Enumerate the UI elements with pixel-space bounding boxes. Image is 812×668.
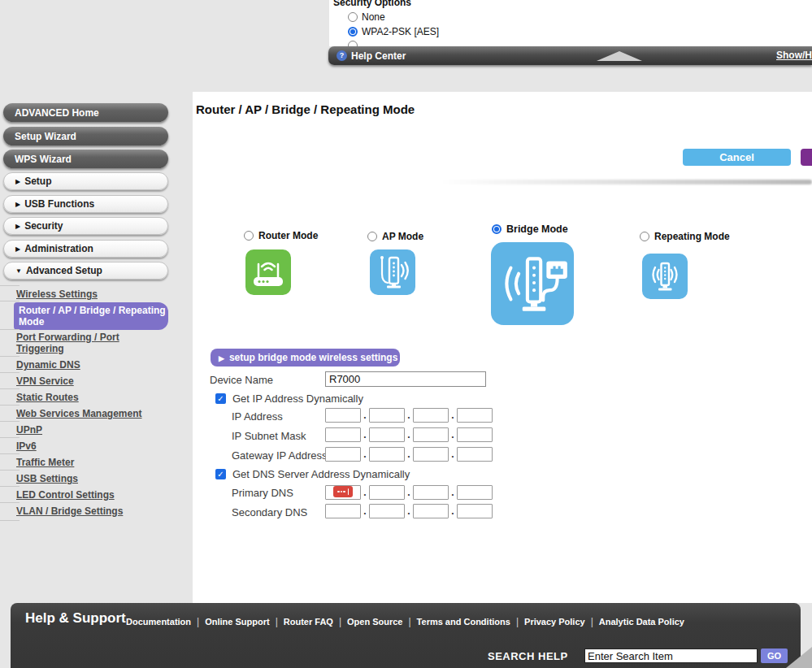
submenu-item-web-services-management[interactable]: Web Services Management bbox=[16, 406, 193, 422]
submenu-item-vlan-bridge-settings[interactable]: VLAN / Bridge Settings bbox=[16, 503, 193, 519]
footer-link-terms[interactable]: Terms and Conditions bbox=[417, 617, 510, 627]
divider bbox=[441, 180, 812, 184]
search-help-input[interactable] bbox=[584, 648, 758, 663]
help-center-bar[interactable]: Help Center Show/H bbox=[328, 46, 812, 65]
gateway-octet-3[interactable] bbox=[413, 447, 449, 462]
subnet-octet-4[interactable] bbox=[457, 427, 493, 442]
submenu-item-dynamic-dns[interactable]: Dynamic DNS bbox=[16, 357, 193, 373]
radio-wpa2[interactable] bbox=[348, 27, 358, 37]
radio-none-label: None bbox=[362, 11, 385, 23]
octet-separator bbox=[405, 505, 413, 517]
submenu-item-static-routes[interactable]: Static Routes bbox=[16, 389, 193, 406]
ip-subnet-mask-octets bbox=[325, 427, 493, 442]
help-support-footer: Help & Support Documentation Online Supp… bbox=[11, 603, 801, 668]
secondary-dns-octet-1[interactable] bbox=[325, 504, 361, 518]
router-mode-icon[interactable] bbox=[245, 249, 291, 295]
bridge-mode-icon[interactable] bbox=[491, 242, 574, 325]
primary-dns-octet-2[interactable] bbox=[369, 485, 405, 500]
footer-link-privacy[interactable]: Privacy Policy bbox=[524, 617, 585, 627]
sidebar: ADVANCED Home Setup Wizard WPS Wizard ▶ … bbox=[0, 92, 193, 603]
submenu-item-led-control-settings[interactable]: LED Control Settings bbox=[16, 487, 193, 503]
setup-bridge-mode-wireless-settings-button[interactable]: setup bridge mode wireless settings bbox=[211, 349, 400, 367]
footer-link-documentation[interactable]: Documentation bbox=[126, 617, 191, 627]
octet-separator bbox=[449, 449, 457, 460]
octet-separator bbox=[361, 487, 369, 498]
device-name-input[interactable] bbox=[325, 371, 486, 387]
apply-button[interactable] bbox=[801, 149, 812, 166]
sidebar-item-advanced-setup[interactable]: ▼ Advanced Setup bbox=[3, 262, 168, 280]
sidebar-item-setup-wizard[interactable]: Setup Wizard bbox=[3, 127, 168, 145]
subnet-octet-2[interactable] bbox=[369, 427, 405, 442]
sidebar-item-label: Administration bbox=[24, 243, 93, 254]
octet-separator bbox=[449, 487, 457, 498]
submenu-item-usb-settings[interactable]: USB Settings bbox=[16, 471, 193, 487]
security-option-wpa2[interactable]: WPA2-PSK [AES] bbox=[348, 26, 439, 37]
submenu-item-upnp[interactable]: UPnP bbox=[16, 422, 193, 438]
primary-dns-octet-1-wrap bbox=[325, 484, 361, 500]
go-button[interactable]: GO bbox=[761, 648, 788, 663]
mode-option-repeating[interactable]: Repeating Mode bbox=[640, 231, 730, 242]
main-content: Router / AP / Bridge / Repeating Mode Ca… bbox=[193, 92, 812, 603]
subnet-octet-1[interactable] bbox=[325, 427, 361, 442]
sidebar-item-setup[interactable]: ▶ Setup bbox=[3, 172, 168, 190]
submenu-item-ipv6[interactable]: IPv6 bbox=[16, 438, 193, 454]
primary-dns-octet-3[interactable] bbox=[413, 485, 449, 500]
footer-link-online-support[interactable]: Online Support bbox=[205, 617, 269, 627]
sidebar-item-administration[interactable]: ▶ Administration bbox=[3, 240, 168, 258]
radio-bridge-mode[interactable] bbox=[492, 224, 502, 234]
gateway-octet-2[interactable] bbox=[369, 447, 405, 462]
ap-mode-icon[interactable] bbox=[370, 249, 415, 295]
sidebar-item-usb-functions[interactable]: ▶ USB Functions bbox=[3, 195, 168, 213]
link-separator bbox=[510, 616, 524, 627]
gateway-octet-1[interactable] bbox=[325, 447, 361, 462]
footer-title: Help & Support bbox=[25, 610, 126, 627]
mode-option-bridge[interactable]: Bridge Mode bbox=[492, 223, 568, 235]
get-dns-dynamically-checkbox[interactable] bbox=[215, 469, 226, 479]
radio-partial[interactable] bbox=[348, 41, 358, 46]
gateway-octet-4[interactable] bbox=[457, 447, 493, 462]
octet-separator bbox=[361, 410, 369, 421]
submenu-item-port-forwarding[interactable]: Port Forwarding / Port Triggering bbox=[16, 330, 193, 357]
footer-link-router-faq[interactable]: Router FAQ bbox=[284, 617, 333, 627]
secondary-dns-octet-4[interactable] bbox=[457, 504, 493, 518]
subnet-octet-3[interactable] bbox=[413, 427, 449, 442]
security-option-none[interactable]: None bbox=[348, 11, 385, 23]
mode-label-router: Router Mode bbox=[258, 230, 318, 241]
link-separator bbox=[191, 616, 205, 627]
footer-links: Documentation Online Support Router FAQ … bbox=[126, 616, 684, 627]
radio-wpa2-label: WPA2-PSK [AES] bbox=[362, 26, 439, 37]
radio-none[interactable] bbox=[348, 12, 358, 22]
autofill-badge-icon[interactable] bbox=[333, 486, 353, 497]
ip-address-octet-4[interactable] bbox=[457, 408, 493, 423]
footer-link-analytic-data-policy[interactable]: Analytic Data Policy bbox=[599, 617, 684, 627]
submenu-item-vpn-service[interactable]: VPN Service bbox=[16, 373, 193, 389]
get-ip-dynamically-checkbox[interactable] bbox=[215, 393, 226, 404]
octet-separator bbox=[405, 429, 413, 440]
sidebar-item-security[interactable]: ▶ Security bbox=[3, 217, 168, 235]
cancel-button[interactable]: Cancel bbox=[683, 149, 791, 166]
ip-address-octet-1[interactable] bbox=[325, 408, 361, 423]
submenu-item-traffic-meter[interactable]: Traffic Meter bbox=[16, 454, 193, 471]
secondary-dns-octet-3[interactable] bbox=[413, 504, 449, 518]
ip-address-octet-3[interactable] bbox=[413, 408, 449, 423]
footer-link-open-source[interactable]: Open Source bbox=[347, 617, 402, 627]
sidebar-item-label: ADVANCED Home bbox=[15, 107, 99, 119]
primary-dns-octet-4[interactable] bbox=[457, 485, 493, 500]
octet-separator bbox=[361, 505, 369, 517]
collapse-arrow-icon[interactable] bbox=[597, 51, 642, 61]
repeating-mode-icon[interactable] bbox=[642, 254, 688, 299]
get-ip-dynamically-row[interactable]: Get IP Address Dynamically bbox=[215, 393, 363, 405]
show-hide-link[interactable]: Show/H bbox=[776, 50, 812, 61]
sidebar-item-advanced-home[interactable]: ADVANCED Home bbox=[3, 103, 168, 122]
ip-address-octet-2[interactable] bbox=[369, 408, 405, 423]
mode-option-ap[interactable]: AP Mode bbox=[367, 231, 423, 242]
radio-ap-mode[interactable] bbox=[367, 232, 377, 241]
radio-router-mode[interactable] bbox=[244, 231, 254, 241]
mode-option-router[interactable]: Router Mode bbox=[244, 230, 318, 241]
submenu-item-wireless-settings[interactable]: Wireless Settings bbox=[16, 286, 193, 302]
get-dns-dynamically-row[interactable]: Get DNS Server Address Dynamically bbox=[215, 468, 410, 480]
secondary-dns-octet-2[interactable] bbox=[369, 504, 405, 518]
sidebar-item-wps-wizard[interactable]: WPS Wizard bbox=[3, 150, 168, 168]
radio-repeating-mode[interactable] bbox=[640, 232, 649, 241]
submenu-item-router-ap-bridge-repeating-mode[interactable]: Router / AP / Bridge / Repeating Mode bbox=[14, 302, 168, 330]
